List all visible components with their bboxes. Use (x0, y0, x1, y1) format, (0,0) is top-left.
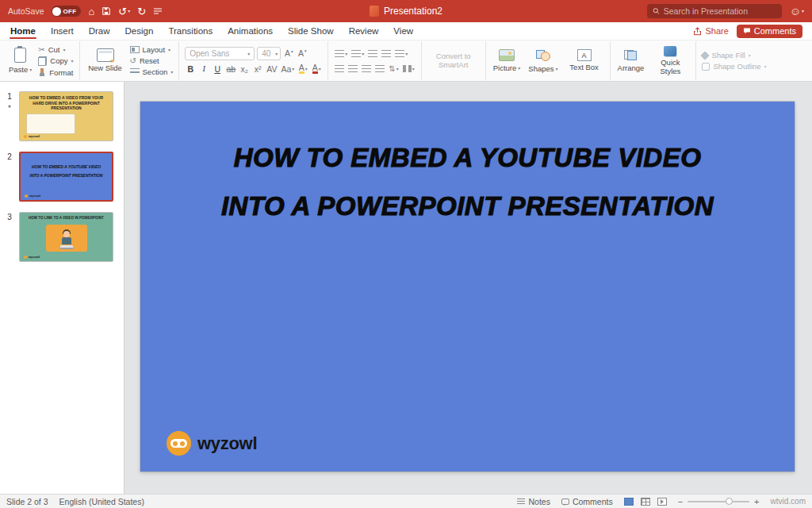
tab-view[interactable]: View (393, 24, 414, 38)
share-icon (693, 27, 702, 36)
superscript-button[interactable]: x² (252, 63, 263, 75)
normal-view-button[interactable] (624, 498, 634, 506)
quick-access-toolbar: AutoSave OFF ⌂ ↺ ▾ ↻ (8, 6, 163, 17)
current-slide[interactable]: HOW TO EMBED A YOUTUBE VIDEO INTO A POWE… (140, 102, 795, 471)
notes-button[interactable]: Notes (517, 497, 550, 506)
copy-button[interactable]: Copy▾ (38, 56, 73, 66)
font-color-button[interactable]: A▾ (311, 63, 322, 75)
align-right-button[interactable] (361, 62, 372, 75)
italic-button[interactable]: I (198, 63, 209, 75)
slide-sorter-view-button[interactable] (641, 498, 650, 506)
comments-toggle-button[interactable]: Comments (561, 497, 613, 506)
subscript-button[interactable]: x₂ (239, 63, 250, 75)
strikethrough-button[interactable]: ab (225, 63, 236, 75)
search-input[interactable] (664, 6, 776, 16)
wyzowl-logo: wyzowl (167, 431, 257, 456)
arrange-group: Arrange Quick Styles (611, 41, 697, 80)
font-size-select[interactable]: 40▾ (257, 47, 281, 60)
tab-design[interactable]: Design (124, 24, 155, 38)
convert-to-smartart-button[interactable]: Convert to SmartArt (427, 52, 480, 70)
save-icon[interactable] (102, 6, 111, 16)
paragraph-group: ▾ ▾ ▾ ⇅▾ ▾ (328, 41, 421, 80)
line-spacing-button[interactable]: ⇅▾ (388, 62, 399, 75)
zoom-in-button[interactable]: + (754, 497, 759, 506)
shape-fill-button[interactable]: Shape Fill▾ (702, 51, 766, 60)
character-spacing-button[interactable]: AV (266, 63, 278, 75)
justify-button[interactable] (374, 62, 385, 75)
shrink-font-button[interactable]: A▾ (297, 47, 308, 60)
paste-button[interactable]: Paste▾ (7, 48, 33, 74)
section-button[interactable]: Section▾ (130, 67, 174, 76)
change-case-button[interactable]: Aa▾ (280, 63, 295, 75)
comments-label: Comments (754, 26, 796, 36)
copy-icon (38, 56, 47, 66)
tab-review[interactable]: Review (348, 24, 380, 38)
new-slide-label: New Slide (87, 64, 124, 73)
shape-outline-button[interactable]: Shape Outline▾ (702, 62, 766, 71)
tab-insert[interactable]: Insert (50, 24, 75, 38)
ribbon-tabs: Home Insert Draw Design Transitions Anim… (10, 22, 414, 40)
ribbon: Paste▾ ✂Cut▾ Copy▾ Format New Slide Layo… (0, 40, 812, 82)
new-slide-button[interactable]: New Slide (86, 48, 125, 73)
slide-thumbnail-2-selected[interactable]: HOW TO EMBED A YOUTUBE VIDEO INTO A POWE… (19, 152, 113, 202)
quick-styles-button[interactable]: Quick Styles (650, 46, 690, 76)
tab-draw[interactable]: Draw (88, 24, 111, 38)
text-highlight-button[interactable]: A▾ (297, 63, 308, 75)
tab-animations[interactable]: Animations (227, 24, 274, 38)
zoom-slider-knob[interactable] (726, 498, 733, 505)
text-box-button[interactable]: A Text Box (565, 49, 604, 72)
tab-transitions[interactable]: Transitions (167, 24, 213, 38)
picture-button[interactable]: Picture▾ (492, 49, 523, 72)
bold-button[interactable]: B (185, 63, 196, 75)
comments-button[interactable]: Comments (737, 25, 802, 38)
align-center-button[interactable] (347, 62, 358, 75)
layout-label: Layout (143, 45, 166, 54)
customize-quick-access-button[interactable] (153, 7, 163, 15)
powerpoint-doc-icon (370, 6, 379, 17)
reset-button[interactable]: ↺Reset (130, 56, 174, 65)
slide-thumbnail-3[interactable]: HOW TO LINK TO A VIDEO IN POWERPOINT wyz… (19, 212, 113, 262)
tab-slide-show[interactable]: Slide Show (287, 24, 335, 38)
shapes-button[interactable]: Shapes▾ (527, 49, 559, 73)
arrange-button[interactable]: Arrange (616, 49, 646, 72)
underline-button[interactable]: U (212, 63, 223, 75)
cut-button[interactable]: ✂Cut▾ (38, 45, 73, 54)
tab-home[interactable]: Home (10, 24, 36, 38)
chevron-up-icon: ▴ (291, 48, 293, 53)
autosave-toggle[interactable]: OFF (52, 6, 82, 17)
slideshow-button[interactable] (657, 498, 667, 506)
slide-thumb-row-3: 3 HOW TO LINK TO A VIDEO IN POWERPOINT (0, 212, 124, 262)
slide-title-text[interactable]: HOW TO EMBED A YOUTUBE VIDEO INTO A POWE… (140, 133, 795, 230)
decrease-indent-button[interactable] (367, 47, 378, 60)
chevron-down-icon: ▾ (764, 64, 767, 69)
zoom-slider[interactable] (688, 501, 749, 502)
numbered-list-button[interactable]: ▾ (350, 47, 365, 60)
search-box[interactable] (647, 4, 782, 18)
thumb3-logo: wyzowl (24, 255, 40, 259)
font-name-select[interactable]: Open Sans▾ (185, 47, 255, 60)
increase-indent-button[interactable] (381, 47, 392, 60)
home-icon[interactable]: ⌂ (88, 6, 94, 17)
share-button[interactable]: Share (693, 26, 728, 36)
thumb2-title-line1: HOW TO EMBED A YOUTUBE VIDEO (25, 163, 107, 171)
columns-button[interactable]: ▾ (402, 62, 416, 75)
language-indicator[interactable]: English (United States) (59, 497, 144, 506)
layout-icon (130, 46, 140, 53)
thumb2-title-line2: INTO A POWERPOINT PRESENTATION (25, 171, 107, 180)
slide-thumbnail-1[interactable]: HOW TO EMBED A VIDEO FROM YOUR HARD DRIV… (19, 91, 113, 141)
undo-button[interactable]: ↺ ▾ (118, 6, 130, 17)
format-painter-button[interactable]: Format (38, 68, 73, 77)
bullet-list-icon (335, 50, 344, 57)
align-left-button[interactable] (334, 62, 345, 75)
zoom-out-button[interactable]: − (678, 497, 683, 506)
redo-button[interactable]: ↻ (137, 6, 146, 17)
line-spacing-icon: ⇅ (389, 64, 395, 73)
grow-font-button[interactable]: A▴ (283, 47, 294, 60)
layout-button[interactable]: Layout▾ (130, 45, 174, 54)
redo-icon: ↻ (137, 6, 146, 17)
window-title-area: Presentation2 (370, 0, 442, 22)
clipboard-small-buttons: ✂Cut▾ Copy▾ Format (38, 45, 73, 77)
account-button[interactable]: ☺ ▾ (790, 6, 804, 17)
text-direction-button[interactable]: ▾ (394, 47, 408, 60)
bullet-list-button[interactable]: ▾ (334, 47, 348, 60)
